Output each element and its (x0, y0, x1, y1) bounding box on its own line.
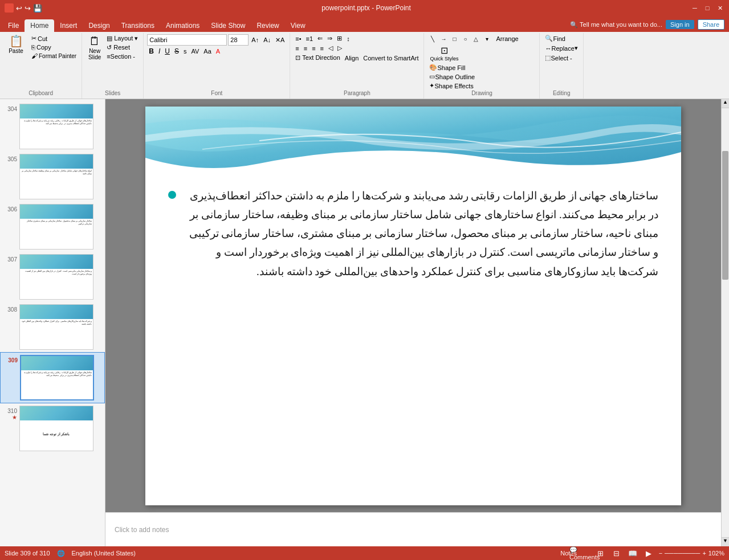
powerpoint-icon (5, 3, 14, 13)
zoom-out-button[interactable]: − (659, 550, 662, 557)
para-row2: ≡ ≡ ≡ ≡ ◁ ▷ (294, 44, 420, 52)
sign-in-button[interactable]: Sign in (666, 20, 694, 29)
slide-sorter-button[interactable]: ⊟ (611, 548, 622, 558)
quick-styles-button[interactable]: ⊡ Quick Styles (427, 44, 461, 63)
bold-button[interactable]: B (147, 47, 156, 56)
scroll-down-button[interactable]: ▼ (722, 537, 729, 546)
language-indicator: 🌐 (57, 550, 65, 557)
tab-slideshow[interactable]: Slide Show (205, 19, 251, 32)
copy-button[interactable]: ⎘ Copy (30, 43, 78, 51)
strikethrough-button[interactable]: S (173, 47, 181, 56)
line-spacing-button[interactable]: ↕ (345, 34, 352, 43)
arrange-button[interactable]: Arrange (492, 34, 522, 43)
columns-button[interactable]: ⊞ (335, 34, 344, 43)
shape-fill-button[interactable]: 🎨 Shape Fill (427, 63, 536, 72)
quick-access-save[interactable]: 💾 (33, 4, 42, 13)
slide-item-304[interactable]: 304 ساختارهای جهانی از طریق الزامات رقاب… (0, 101, 105, 152)
vertical-scrollbar[interactable]: ▲ ▼ (721, 99, 729, 546)
slide-item-306[interactable]: 306 ساختار سازمانی بر مبنای محصول ساختار… (0, 202, 105, 252)
language-text: English (United States) (72, 550, 136, 557)
justify-button[interactable]: ≡ (319, 44, 325, 52)
tab-view[interactable]: View (285, 19, 311, 32)
smartart-button[interactable]: Convert to SmartArt (361, 54, 420, 62)
shape-oval[interactable]: ○ (460, 34, 470, 43)
slide-canvas[interactable]: ساختارهای جهانی از طریق الزامات رقابتی ر… (145, 107, 681, 505)
numbering-button[interactable]: ≡1 (304, 34, 315, 43)
text-case-button[interactable]: Aa (202, 47, 213, 55)
replace-button[interactable]: ↔ Replace ▾ (543, 44, 579, 52)
align-left-button[interactable]: ≡ (294, 44, 300, 52)
decrease-font-button[interactable]: A↓ (262, 36, 272, 44)
shape-arrow[interactable]: → (438, 34, 449, 43)
layout-button[interactable]: ▤ Layout ▾ (105, 34, 140, 43)
align-right-button[interactable]: ≡ (310, 44, 317, 52)
bullets-button[interactable]: ≡• (294, 34, 303, 43)
char-spacing-button[interactable]: AV (189, 47, 201, 55)
slide-thumb-310: باشکر از توجه شما (19, 406, 93, 451)
slide-item-308[interactable]: 308 و شرکت‌ها باید سازوکارهای مناسبی برا… (0, 302, 105, 352)
italic-button[interactable]: I (157, 47, 162, 56)
increase-indent-button[interactable]: ⇒ (325, 34, 334, 43)
shape-triangle[interactable]: △ (471, 34, 481, 43)
shape-more[interactable]: ▾ (482, 34, 492, 43)
text-direction-button[interactable]: ⊡ Text Direction (294, 54, 342, 62)
tell-me-box[interactable]: 🔍 Tell me what you want to do... (570, 21, 662, 28)
tab-file[interactable]: File (2, 19, 25, 32)
clear-format-button[interactable]: ✕A (274, 36, 286, 44)
quick-access-redo[interactable]: ↪ (25, 4, 31, 13)
scroll-up-button[interactable]: ▲ (722, 99, 729, 108)
slide-content[interactable]: ساختارهای جهانی از طریق الزامات رقابتی ر… (168, 186, 658, 494)
increase-font-button[interactable]: A↑ (250, 36, 260, 44)
rtl-button[interactable]: ◁ (327, 44, 335, 52)
align-center-button[interactable]: ≡ (302, 44, 309, 52)
slide-number-306: 306 (3, 206, 17, 212)
zoom-in-button[interactable]: + (702, 550, 706, 557)
minimize-button[interactable]: ─ (690, 3, 699, 13)
zoom-level[interactable]: 102% (708, 550, 724, 557)
tab-insert[interactable]: Insert (54, 19, 83, 32)
format-painter-button[interactable]: 🖌 Format Painter (30, 52, 78, 60)
tab-review[interactable]: Review (251, 19, 284, 32)
new-slide-button[interactable]: 🗒 NewSlide (85, 34, 104, 62)
zoom-slider[interactable]: ──────── (665, 550, 700, 557)
font-size-box[interactable]: 28 (228, 34, 249, 46)
decrease-indent-button[interactable]: ⇐ (316, 34, 324, 43)
align-text-button[interactable]: Align (343, 54, 360, 62)
paste-button[interactable]: 📋 Paste (3, 34, 28, 55)
tab-design[interactable]: Design (83, 19, 115, 32)
slide-item-310[interactable]: 310★ باشکر از توجه شما (0, 403, 105, 453)
ltr-button[interactable]: ▷ (336, 44, 344, 52)
find-button[interactable]: 🔍 Find (543, 34, 579, 43)
slide-item-307[interactable]: 307 و ساختار سازمانی ماتریسی است کنترل د… (0, 252, 105, 302)
notes-placeholder[interactable]: Click to add notes (115, 526, 169, 534)
slide-canvas-area[interactable]: ساختارهای جهانی از طریق الزامات رقابتی ر… (105, 99, 721, 512)
comments-button[interactable]: 💬 Comments (579, 548, 590, 558)
reading-view-button[interactable]: 📖 (627, 548, 638, 558)
tab-animations[interactable]: Animations (160, 19, 205, 32)
close-button[interactable]: ✕ (715, 3, 724, 13)
slide-item-305[interactable]: 305 انواع ساختارهای جهانی شامل ساختار سا… (0, 152, 105, 202)
reset-button[interactable]: ↺ Reset (105, 43, 140, 52)
slideshow-button[interactable]: ▶ (643, 548, 654, 558)
share-button[interactable]: Share (698, 19, 724, 30)
scroll-thumb[interactable] (722, 151, 728, 280)
section-button[interactable]: ≡ Section - (105, 52, 140, 60)
normal-view-button[interactable]: ⊞ (595, 548, 606, 558)
font-color-button[interactable]: A (214, 47, 222, 55)
font-name-box[interactable]: Calibri (147, 34, 227, 46)
cut-button[interactable]: ✂ Cut (30, 34, 78, 43)
maximize-button[interactable]: □ (703, 3, 712, 13)
shape-effects-button[interactable]: ✦ Shape Effects (427, 81, 536, 90)
select-button[interactable]: ⬚ Select - (543, 54, 579, 62)
shape-rect[interactable]: □ (449, 34, 459, 43)
window-controls: ─ □ ✕ (690, 3, 724, 13)
slide-item-309[interactable]: 309 ساختارهای جهانی از طریق الزامات رقاب… (0, 352, 105, 403)
shadow-button[interactable]: s (182, 47, 189, 55)
shape-line[interactable]: ╲ (427, 34, 438, 43)
tab-home[interactable]: Home (25, 19, 54, 32)
notes-area[interactable]: Click to add notes (105, 512, 721, 546)
shape-outline-button[interactable]: ▭ Shape Outline (427, 72, 536, 81)
tab-transitions[interactable]: Transitions (116, 19, 160, 32)
underline-button[interactable]: U (163, 47, 172, 56)
quick-access-undo[interactable]: ↩ (16, 4, 22, 13)
